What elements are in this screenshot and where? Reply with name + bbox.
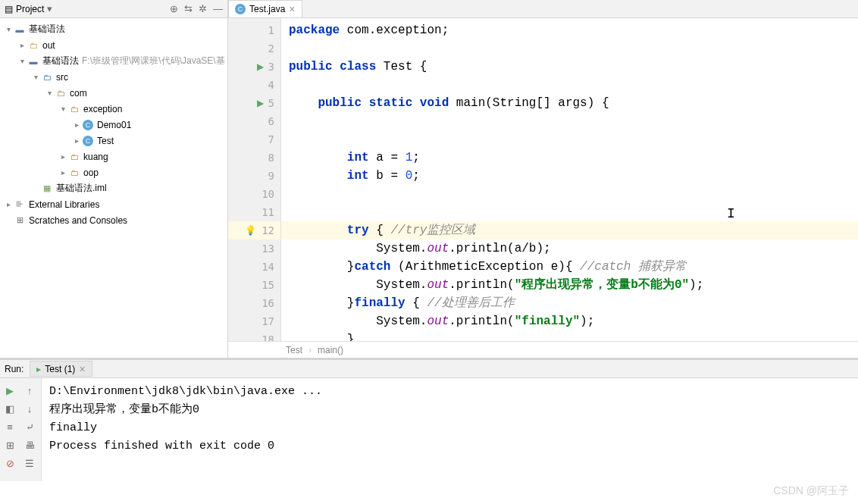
rerun-icon[interactable]: ▶ — [0, 381, 20, 399]
gutter-line[interactable]: 11 — [228, 203, 280, 221]
expand-icon[interactable]: ⇆ — [184, 3, 193, 14]
collapse-icon[interactable]: — — [213, 3, 223, 14]
gutter-line[interactable]: 5▶ — [228, 94, 280, 112]
editor-panel: C Test.java × 123▶45▶6789101112💡13141516… — [228, 0, 858, 358]
gutter-line[interactable]: 8 — [228, 149, 280, 167]
project-icon: ▤ — [5, 4, 13, 14]
project-tree[interactable]: ▬基础语法🗀out▬基础语法F:\班级管理\网课班\代码\JavaSE\基🗀sr… — [0, 18, 227, 358]
code-area[interactable]: package com.exception; public class Test… — [281, 18, 858, 341]
breadcrumb-item[interactable]: main() — [318, 345, 343, 355]
gutter-line[interactable]: 14 — [228, 258, 280, 276]
console-line: finally — [49, 419, 850, 437]
gutter-line[interactable]: 2 — [228, 39, 280, 58]
run-label: Run: — [5, 364, 23, 374]
run-panel: Run: ▸ Test (1) × ▶ ↑ ◧ ↓ ≡ ⤶ ⊞ 🖶 — [0, 358, 858, 481]
run-tab[interactable]: ▸ Test (1) × — [30, 361, 92, 377]
tree-item-kuang[interactable]: 🗀kuang — [0, 149, 227, 164]
project-panel: ▤ Project ▾ ⊕ ⇆ ✲ — ▬基础语法🗀out▬基础语法F:\班级管… — [0, 0, 228, 358]
editor-tab-bar: C Test.java × — [228, 0, 858, 18]
console-line: Process finished with exit code 0 — [49, 437, 850, 455]
gutter-line[interactable]: 17 — [228, 312, 280, 330]
stop-icon[interactable]: ◧ — [0, 399, 20, 418]
tree-item-iml[interactable]: ▦基础语法.iml — [0, 180, 227, 196]
gutter-line[interactable]: 15 — [228, 276, 280, 294]
run-header: Run: ▸ Test (1) × — [0, 360, 858, 378]
tree-item-test[interactable]: CTest — [0, 133, 227, 149]
tree-item-externallibraries[interactable]: ⊪External Libraries — [0, 196, 227, 212]
gutter-line[interactable]: 1 — [228, 21, 280, 39]
run-line-icon[interactable]: ▶ — [257, 61, 264, 72]
close-icon[interactable]: × — [79, 363, 85, 375]
gutter-line[interactable]: 16 — [228, 294, 280, 312]
tree-item-oop[interactable]: 🗀oop — [0, 164, 227, 180]
wrap-icon[interactable]: ⤶ — [20, 418, 39, 436]
tree-item-demo01[interactable]: CDemo01 — [0, 117, 227, 133]
tab-label: Test.java — [249, 4, 285, 14]
gutter-line[interactable]: 12💡 — [228, 221, 280, 239]
console-output[interactable]: D:\Environment\jdk8\jdk\bin\java.exe ...… — [42, 378, 858, 481]
gutter-line[interactable]: 18 — [228, 330, 280, 341]
tree-item-exception[interactable]: 🗀exception — [0, 101, 227, 117]
exit-icon[interactable]: ⊘ — [0, 454, 20, 472]
tree-item-scratchesandconsoles[interactable]: ⊞Scratches and Consoles — [0, 212, 227, 228]
tree-item-src[interactable]: 🗀src — [0, 69, 227, 85]
tree-item-out[interactable]: 🗀out — [0, 37, 227, 53]
watermark: CSDN @阿玉子 — [773, 484, 849, 498]
gear-icon[interactable]: ✲ — [199, 3, 207, 14]
tree-item-[interactable]: ▬基础语法 — [0, 21, 227, 37]
tree-item-com[interactable]: 🗀com — [0, 85, 227, 101]
console-line: D:\Environment\jdk8\jdk\bin\java.exe ... — [49, 383, 850, 401]
gutter-line[interactable]: 10 — [228, 185, 280, 203]
settings-icon[interactable]: ⊞ — [0, 436, 20, 454]
breadcrumb[interactable]: Test › main() — [228, 341, 858, 358]
gutter-line[interactable]: 4 — [228, 76, 280, 94]
target-icon[interactable]: ⊕ — [170, 3, 178, 14]
text-cursor-icon: I — [727, 205, 735, 223]
dropdown-icon[interactable]: ▾ — [47, 3, 52, 14]
breadcrumb-item[interactable]: Test — [286, 345, 302, 355]
run-tab-label: Test (1) — [45, 364, 75, 374]
run-tab-icon: ▸ — [36, 364, 41, 374]
layout-icon[interactable]: ≡ — [0, 418, 20, 436]
bulb-icon[interactable]: 💡 — [245, 225, 256, 236]
down-icon[interactable]: ↓ — [20, 399, 39, 418]
filter-icon[interactable]: ☰ — [20, 454, 39, 472]
editor-tab[interactable]: C Test.java × — [228, 0, 302, 17]
tree-item-[interactable]: ▬基础语法F:\班级管理\网课班\代码\JavaSE\基 — [0, 53, 227, 69]
run-toolbar: ▶ ↑ ◧ ↓ ≡ ⤶ ⊞ 🖶 ⊘ ☰ — [0, 378, 42, 481]
up-icon[interactable]: ↑ — [20, 381, 39, 399]
run-line-icon[interactable]: ▶ — [257, 98, 264, 108]
close-icon[interactable]: × — [289, 3, 295, 15]
gutter-line[interactable]: 7 — [228, 130, 280, 149]
print-icon[interactable]: 🖶 — [20, 436, 39, 454]
chevron-right-icon: › — [308, 345, 312, 355]
gutter-line[interactable]: 3▶ — [228, 58, 280, 76]
editor-gutter: 123▶45▶6789101112💡13141516171819 — [228, 18, 281, 341]
gutter-line[interactable]: 6 — [228, 112, 280, 130]
class-icon: C — [235, 4, 246, 14]
editor-body[interactable]: 123▶45▶6789101112💡13141516171819 package… — [228, 18, 858, 341]
console-line: 程序出现异常，变量b不能为0 — [49, 401, 850, 419]
gutter-line[interactable]: 9 — [228, 167, 280, 185]
gutter-line[interactable]: 13 — [228, 239, 280, 258]
project-header: ▤ Project ▾ ⊕ ⇆ ✲ — — [0, 0, 227, 18]
project-title: Project — [16, 4, 44, 14]
